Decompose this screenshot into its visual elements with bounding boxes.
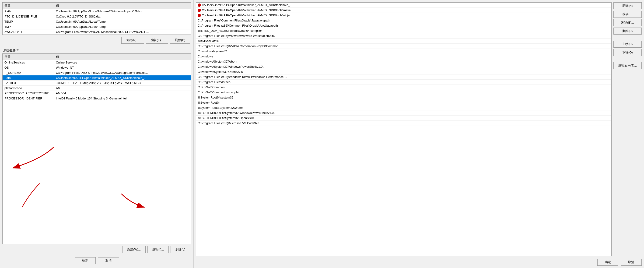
sys-var-name: PROCESSOR_IDENTIFIER bbox=[2, 96, 54, 101]
path-list-item[interactable]: C:\windows bbox=[196, 54, 611, 59]
sys-var-name: platformcode bbox=[2, 86, 54, 91]
sys-var-value: Windows_NT bbox=[54, 65, 191, 70]
right-new-button[interactable]: 新建(N) bbox=[614, 2, 642, 9]
sys-vars-row[interactable]: PathC:\Users\linn99\AiPi-Open-Kits\aithi… bbox=[2, 75, 191, 81]
sys-vars-row[interactable]: PATHEXT.COM;.EXE;.BAT;.CMD;.VBS;.VBE;.JS… bbox=[2, 81, 191, 86]
user-var-name: Path bbox=[2, 9, 54, 14]
path-list-item[interactable]: %SystemRoot% bbox=[196, 100, 611, 105]
path-list-item[interactable]: C:\KmSoft\Common bbox=[196, 85, 611, 90]
user-vars-row[interactable]: TEMPC:\Users\linn99\AppData\Local\Temp bbox=[2, 19, 191, 24]
right-move-up-button[interactable]: 上移(U) bbox=[614, 41, 642, 48]
user-vars-col-var: 变量 bbox=[2, 3, 54, 9]
path-item-icon bbox=[198, 4, 201, 7]
path-list-item[interactable]: C:\windows\system32 bbox=[196, 49, 611, 54]
path-list-container[interactable]: C:\Users\linn99\AiPi-Open-Kits\aithinker… bbox=[196, 2, 612, 256]
user-delete-button[interactable]: 删除(D) bbox=[170, 37, 190, 44]
path-item-text: C:\Program Files\Common Files\Oracle\Jav… bbox=[198, 19, 270, 22]
sys-var-name: Path bbox=[2, 75, 54, 81]
user-vars-row[interactable]: ZWCADPATHC:\Program Files\Zwsoft\ZWCAD M… bbox=[2, 30, 191, 35]
path-item-text: C:\Users\linn99\AiPi-Open-Kits\aithinker… bbox=[202, 3, 292, 7]
user-var-name: PTC_D_LICENSE_FILE bbox=[2, 14, 54, 19]
path-item-text: %KMSoftPath% bbox=[198, 39, 219, 43]
path-list-item[interactable]: C:\Program Files\Common Files\Oracle\Jav… bbox=[196, 18, 611, 23]
path-item-text: C:\Program Files (x86)\VMware\VMware Wor… bbox=[198, 34, 275, 38]
path-item-text: C:\Program Files\dotnet\ bbox=[198, 80, 230, 84]
right-edit-button[interactable]: 编辑(E) bbox=[614, 11, 642, 18]
user-var-name: ZWCADPATH bbox=[2, 30, 54, 35]
right-edit-text-button[interactable]: 编辑文本(T)... bbox=[614, 62, 642, 69]
path-list-item[interactable]: C:\windows\System32\WindowsPowerShell\v1… bbox=[196, 64, 611, 69]
sys-var-value: C:\Program Files\ANSYS Inc\v221\AISOL\CA… bbox=[54, 70, 191, 75]
user-vars-table: 变量 值 PathC:\Users\linn99\AppData\Local\M… bbox=[2, 3, 191, 35]
path-list-item[interactable]: C:\Program Files (x86)\VMware\VMware Wor… bbox=[196, 33, 611, 39]
user-vars-row[interactable]: TMPC:\Users\linn99\AppData\Local\Temp bbox=[2, 24, 191, 30]
path-list-item[interactable]: C:\windows\System32\Wbem bbox=[196, 59, 611, 64]
path-item-text: %SystemRoot%\system32 bbox=[198, 96, 233, 99]
path-list-item[interactable]: %SystemRoot%\System32\Wbem bbox=[196, 105, 611, 110]
user-var-value: C:\Users\linn99\AppData\Local\Temp bbox=[54, 19, 191, 24]
sys-var-value: Online Services bbox=[54, 60, 191, 65]
right-browse-button[interactable]: 浏览(B)... bbox=[614, 19, 642, 26]
sys-vars-button-row: 新建(W)... 编辑(I)... 删除(L) bbox=[2, 244, 191, 255]
right-panel: C:\Users\linn99\AiPi-Open-Kits\aithinker… bbox=[194, 0, 644, 268]
sys-vars-row[interactable]: PROCESSOR_IDENTIFIERIntel64 Family 6 Mod… bbox=[2, 96, 191, 101]
right-bottom-buttons: 确定 取消 bbox=[196, 256, 642, 266]
path-item-text: C:\Program Files (x86)\NVIDIA Corporatio… bbox=[198, 44, 278, 48]
sys-delete-button[interactable]: 删除(L) bbox=[170, 246, 190, 253]
sys-vars-row[interactable]: platformcodeAN bbox=[2, 86, 191, 91]
left-ok-button[interactable]: 确定 bbox=[75, 257, 96, 264]
user-vars-button-row: 新建(N)... 编辑(E)... 删除(D) bbox=[2, 35, 191, 46]
sys-var-name: OS bbox=[2, 65, 54, 70]
path-item-text: %SYSTEMROOT%\System32\WindowsPowerShell\… bbox=[198, 111, 274, 115]
user-vars-row[interactable]: PathC:\Users\linn99\AppData\Local\Micros… bbox=[2, 9, 191, 14]
sys-vars-table: 变量 值 OnlineServicesOnline ServicesOSWind… bbox=[2, 54, 191, 101]
user-edit-button[interactable]: 编辑(E)... bbox=[146, 37, 168, 44]
path-list-item[interactable]: C:\Program Files (x86)\Common Files\Orac… bbox=[196, 23, 611, 28]
path-list-item[interactable]: %SYSTEMROOT%\System32\OpenSSH\ bbox=[196, 116, 611, 121]
user-var-value: C:\Program Files\Zwsoft\ZWCAD Mechanical… bbox=[54, 30, 191, 35]
path-item-icon bbox=[198, 9, 201, 12]
path-list-item[interactable]: C:\KmSoft\Common\kmcadplat bbox=[196, 90, 611, 95]
right-cancel-button[interactable]: 取消 bbox=[621, 259, 642, 266]
path-list-item[interactable]: C:\Users\linn99\AiPi-Open-Kits\aithinker… bbox=[196, 13, 611, 18]
path-item-text: C:\Program Files (x86)\Windows Kits\8.1\… bbox=[198, 75, 287, 79]
path-list-item[interactable]: C:\Program Files (x86)\Windows Kits\8.1\… bbox=[196, 75, 611, 80]
path-item-text: C:\Users\linn99\AiPi-Open-Kits\aithinker… bbox=[202, 14, 290, 17]
sys-new-button[interactable]: 新建(W)... bbox=[122, 246, 146, 253]
sys-var-value: .COM;.EXE;.BAT;.CMD;.VBS;.VBE;.JS;.JSE;.… bbox=[54, 81, 191, 86]
path-list-item[interactable]: %SYSTEMROOT%\System32\WindowsPowerShell\… bbox=[196, 110, 611, 116]
right-move-down-button[interactable]: 下移(O) bbox=[614, 49, 642, 56]
user-var-value: C:\Users\linn99\AppData\Local\Temp bbox=[54, 24, 191, 30]
path-list-item[interactable]: %INTEL_DEV_REDIST%redist\intel64\compile… bbox=[196, 28, 611, 33]
user-vars-row[interactable]: PTC_D_LICENSE_FILEC:\Creo 9.0.2.0\PTC_D_… bbox=[2, 14, 191, 19]
left-cancel-button[interactable]: 取消 bbox=[98, 257, 119, 264]
path-list-item[interactable]: C:\Program Files (x86)\NVIDIA Corporatio… bbox=[196, 44, 611, 49]
path-list-item[interactable]: %SystemRoot%\system32 bbox=[196, 95, 611, 100]
path-item-icon bbox=[198, 14, 201, 17]
user-var-value: C:\Users\linn99\AppData\Local\Microsoft\… bbox=[54, 9, 191, 14]
path-list-item[interactable]: C:\Program Files (x86)\Microsoft VS Code… bbox=[196, 121, 611, 126]
path-list-item[interactable]: C:\Users\linn99\AiPi-Open-Kits\aithinker… bbox=[196, 3, 611, 8]
sys-var-value: AMD64 bbox=[54, 91, 191, 96]
sys-vars-col-var: 变量 bbox=[2, 54, 54, 60]
sys-edit-button[interactable]: 编辑(I)... bbox=[148, 246, 169, 253]
path-list-item[interactable]: C:\windows\System32\OpenSSH\ bbox=[196, 69, 611, 75]
path-list-item[interactable]: C:\Program Files\dotnet\ bbox=[196, 80, 611, 85]
path-item-text: C:\KmSoft\Common\kmcadplat bbox=[198, 91, 239, 94]
path-list-item[interactable]: %KMSoftPath% bbox=[196, 39, 611, 44]
sys-vars-row[interactable]: P_SCHEMAC:\Program Files\ANSYS Inc\v221\… bbox=[2, 70, 191, 75]
sys-vars-section: 系统变量(S) 变量 值 OnlineServicesOnline Servic… bbox=[2, 47, 191, 255]
sys-section-label: 系统变量(S) bbox=[2, 47, 191, 54]
sys-var-value: Intel64 Family 6 Model 154 Stepping 3, G… bbox=[54, 96, 191, 101]
sys-vars-row[interactable]: OSWindows_NT bbox=[2, 65, 191, 70]
user-new-button[interactable]: 新建(N)... bbox=[121, 37, 144, 44]
sys-vars-row[interactable]: PROCESSOR_ARCHITECTUREAMD64 bbox=[2, 91, 191, 96]
right-ok-button[interactable]: 确定 bbox=[597, 259, 618, 266]
right-delete-button[interactable]: 删除(D) bbox=[614, 28, 642, 35]
path-list-item[interactable]: C:\Users\linn99\AiPi-Open-Kits\aithinker… bbox=[196, 8, 611, 13]
user-var-value: C:\Creo 9.0.2.0\PTC_D_SSQ.dat bbox=[54, 14, 191, 19]
sys-vars-row[interactable]: OnlineServicesOnline Services bbox=[2, 60, 191, 65]
user-var-name: TMP bbox=[2, 24, 54, 30]
path-list: C:\Users\linn99\AiPi-Open-Kits\aithinker… bbox=[196, 3, 611, 126]
path-item-text: C:\Users\linn99\AiPi-Open-Kits\aithinker… bbox=[202, 9, 291, 12]
